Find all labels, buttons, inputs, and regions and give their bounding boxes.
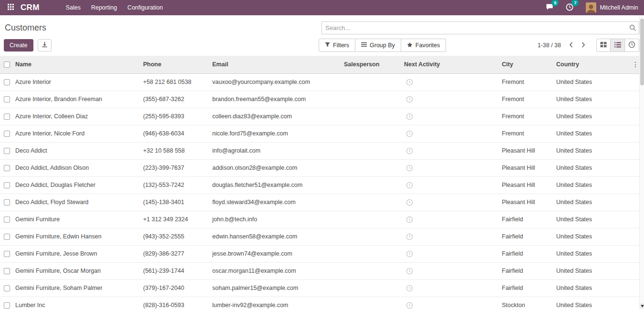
search-input[interactable] bbox=[322, 21, 639, 34]
cell-salesperson bbox=[341, 125, 401, 142]
apps-menu-button[interactable] bbox=[4, 2, 18, 13]
table-row[interactable]: Deco Addict, Addison Olson (223)-399-763… bbox=[0, 159, 644, 176]
navbar-right: 5 7 Mitchell Admin bbox=[540, 1, 640, 15]
column-header-phone[interactable]: Phone bbox=[140, 56, 209, 73]
cell-next-activity bbox=[401, 211, 499, 228]
table-row[interactable]: Gemini Furniture +1 312 349 2324 john.b@… bbox=[0, 211, 644, 228]
table-row[interactable]: Azure Interior +58 212 681 0538 vauxoo@y… bbox=[0, 73, 644, 91]
column-header-next-activity[interactable]: Next Activity bbox=[401, 56, 499, 73]
cell-city: Pleasant Hill bbox=[499, 194, 553, 211]
row-select-cell bbox=[0, 211, 12, 228]
list-view-button[interactable] bbox=[611, 39, 625, 52]
row-checkbox[interactable] bbox=[4, 96, 10, 103]
schedule-activity-clock-icon[interactable] bbox=[404, 216, 413, 222]
customer-table: Name Phone Email Salesperson Next Activi… bbox=[0, 56, 644, 309]
table-row[interactable]: Deco Addict, Douglas Fletcher (132)-553-… bbox=[0, 176, 644, 194]
cell-country: United States bbox=[553, 108, 604, 125]
schedule-activity-clock-icon[interactable] bbox=[404, 113, 413, 119]
row-checkbox[interactable] bbox=[4, 199, 10, 206]
column-header-country[interactable]: Country bbox=[553, 56, 604, 73]
column-header-email[interactable]: Email bbox=[209, 56, 341, 73]
table-row[interactable]: Azure Interior, Colleen Diaz (255)-595-8… bbox=[0, 108, 644, 125]
cell-country: United States bbox=[553, 194, 604, 211]
cell-country: United States bbox=[553, 262, 604, 279]
table-row[interactable]: Azure Interior, Brandon Freeman (355)-68… bbox=[0, 91, 644, 108]
menu-sales[interactable]: Sales bbox=[61, 0, 86, 15]
export-button[interactable] bbox=[38, 39, 52, 52]
schedule-activity-clock-icon[interactable] bbox=[404, 198, 413, 205]
table-header-row: Name Phone Email Salesperson Next Activi… bbox=[0, 56, 644, 73]
column-header-salesperson[interactable]: Salesperson bbox=[341, 56, 401, 73]
schedule-activity-clock-icon[interactable] bbox=[404, 95, 413, 102]
schedule-activity-clock-icon[interactable] bbox=[404, 284, 413, 291]
row-checkbox[interactable] bbox=[4, 268, 10, 274]
cell-phone: (223)-399-7637 bbox=[140, 159, 209, 176]
schedule-activity-clock-icon[interactable] bbox=[404, 147, 413, 154]
search-icon[interactable] bbox=[629, 24, 636, 33]
cell-email: vauxoo@yourcompany.example.com bbox=[209, 73, 341, 91]
row-checkbox[interactable] bbox=[4, 251, 10, 257]
scrollbar-thumb[interactable] bbox=[640, 19, 644, 85]
search-box bbox=[322, 21, 639, 34]
favorites-button[interactable]: Favorites bbox=[401, 39, 446, 52]
schedule-activity-clock-icon[interactable] bbox=[404, 130, 413, 136]
cell-city: Pleasant Hill bbox=[499, 176, 553, 194]
column-header-name[interactable]: Name bbox=[12, 56, 140, 73]
table-row[interactable]: Gemini Furniture, Soham Palmer (379)-167… bbox=[0, 279, 644, 297]
activity-view-button[interactable] bbox=[625, 39, 639, 52]
cell-phone: (828)-316-0593 bbox=[140, 297, 209, 309]
menu-reporting[interactable]: Reporting bbox=[86, 0, 122, 15]
row-checkbox[interactable] bbox=[4, 285, 10, 291]
table-row[interactable]: Deco Addict, Floyd Steward (145)-138-340… bbox=[0, 194, 644, 211]
schedule-activity-clock-icon[interactable] bbox=[404, 250, 413, 257]
row-checkbox[interactable] bbox=[4, 113, 10, 120]
control-panel-buttons: Create Filters Group By bbox=[0, 38, 644, 52]
pager-next-button[interactable] bbox=[577, 40, 590, 51]
pager-previous-button[interactable] bbox=[565, 40, 577, 51]
schedule-activity-clock-icon[interactable] bbox=[404, 181, 413, 188]
column-header-city[interactable]: City bbox=[499, 56, 553, 73]
scrollbar-down-arrow[interactable] bbox=[640, 303, 644, 309]
table-row[interactable]: Gemini Furniture, Jesse Brown (829)-386-… bbox=[0, 245, 644, 262]
cell-country: United States bbox=[553, 176, 604, 194]
cell-phone: (379)-167-2040 bbox=[140, 279, 209, 297]
row-checkbox[interactable] bbox=[4, 234, 10, 240]
row-checkbox[interactable] bbox=[4, 148, 10, 154]
app-menus: Sales Reporting Configuration bbox=[61, 0, 168, 15]
schedule-activity-clock-icon[interactable] bbox=[404, 267, 413, 274]
table-row[interactable]: Deco Addict +32 10 588 558 info@agrolait… bbox=[0, 142, 644, 159]
cell-country: United States bbox=[553, 142, 604, 159]
star-icon bbox=[407, 42, 413, 49]
menu-configuration[interactable]: Configuration bbox=[122, 0, 168, 15]
table-row[interactable]: Lumber Inc (828)-316-0593 lumber-inv92@e… bbox=[0, 297, 644, 309]
row-select-cell bbox=[0, 142, 12, 159]
schedule-activity-clock-icon[interactable] bbox=[404, 78, 413, 85]
row-select-cell bbox=[0, 194, 12, 211]
schedule-activity-clock-icon[interactable] bbox=[404, 233, 413, 239]
group-by-button[interactable]: Group By bbox=[355, 39, 401, 52]
row-checkbox[interactable] bbox=[4, 165, 10, 171]
activities-button[interactable]: 7 bbox=[560, 1, 579, 15]
filters-button[interactable]: Filters bbox=[319, 39, 355, 52]
row-checkbox[interactable] bbox=[4, 302, 10, 309]
cell-phone: +1 312 349 2324 bbox=[140, 211, 209, 228]
favorites-label: Favorites bbox=[415, 42, 440, 49]
select-all-checkbox[interactable] bbox=[4, 62, 10, 68]
kanban-view-button[interactable] bbox=[596, 39, 611, 52]
row-checkbox[interactable] bbox=[4, 79, 10, 85]
cell-empty bbox=[604, 142, 644, 159]
schedule-activity-clock-icon[interactable] bbox=[404, 164, 413, 171]
table-row[interactable]: Gemini Furniture, Oscar Morgan (561)-239… bbox=[0, 262, 644, 279]
app-brand[interactable]: CRM bbox=[21, 3, 40, 12]
messages-button[interactable]: 5 bbox=[540, 1, 559, 14]
user-menu[interactable]: Mitchell Admin bbox=[580, 2, 640, 13]
table-row[interactable]: Gemini Furniture, Edwin Hansen (943)-352… bbox=[0, 228, 644, 245]
cell-country: United States bbox=[553, 297, 604, 309]
row-checkbox[interactable] bbox=[4, 182, 10, 188]
table-row[interactable]: Azure Interior, Nicole Ford (946)-638-60… bbox=[0, 125, 644, 142]
cell-name: Deco Addict, Addison Olson bbox=[12, 159, 140, 176]
row-checkbox[interactable] bbox=[4, 131, 10, 137]
create-button[interactable]: Create bbox=[4, 39, 33, 52]
schedule-activity-clock-icon[interactable] bbox=[404, 301, 413, 308]
row-checkbox[interactable] bbox=[4, 216, 10, 223]
